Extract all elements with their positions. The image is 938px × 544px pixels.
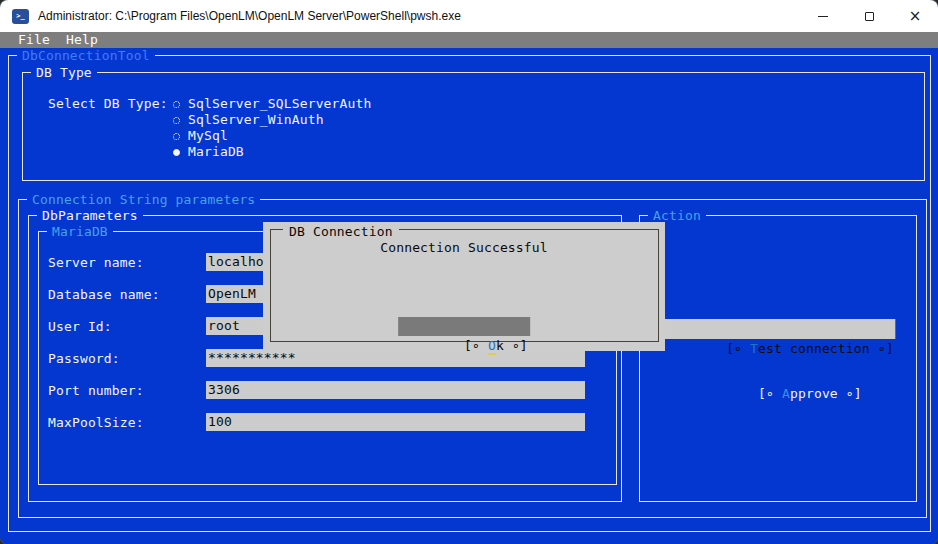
radio-label: SqlServer_WinAuth — [188, 112, 324, 128]
frame-title-connection-string: Connection String parameters — [27, 192, 260, 208]
menu-item-help[interactable]: Help — [66, 32, 98, 48]
maximize-icon — [865, 12, 874, 21]
server-name-label: Server name: — [48, 255, 144, 271]
button-hotkey: O — [488, 338, 496, 355]
button-text-rest: pprove — [790, 386, 838, 401]
radio-icon — [173, 117, 180, 124]
password-label: Password: — [48, 351, 120, 367]
radio-icon — [173, 101, 180, 108]
frame-db-type: DB Type — [22, 72, 925, 181]
approve-button[interactable]: [∘ Approve ∘] — [694, 367, 862, 385]
button-text-open: [∘ — [464, 338, 488, 353]
db-connection-dialog: DB Connection Connection Successful [∘ O… — [263, 222, 665, 351]
frame-title-mariadb: MariaDB — [47, 224, 113, 240]
menu-item-file[interactable]: File — [18, 32, 50, 48]
select-db-type-label: Select DB Type: — [48, 96, 168, 112]
minimize-icon — [818, 16, 828, 17]
button-text-close: ∘] — [838, 386, 862, 401]
maximize-button[interactable] — [846, 0, 892, 32]
button-text-close: ∘] — [870, 341, 894, 356]
radio-option-2[interactable]: MySql — [173, 128, 228, 144]
user-id-label: User Id: — [48, 319, 112, 335]
button-hotkey: T — [750, 341, 758, 356]
frame-title-db-type: DB Type — [31, 65, 97, 81]
powershell-icon: >_ — [12, 9, 29, 24]
button-hotkey: A — [782, 386, 790, 401]
title-bar: >_ Administrator: C:\Program Files\OpenL… — [0, 0, 938, 32]
test-connection-button[interactable]: [∘ Test connection ∘] — [660, 319, 895, 339]
dialog-message: Connection Successful — [263, 240, 665, 256]
maxpoolsize-field[interactable]: 100 — [206, 413, 585, 431]
radio-label: MariaDB — [188, 144, 244, 160]
window-title: Administrator: C:\Program Files\OpenLM\O… — [38, 9, 800, 23]
dialog-title: DB Connection — [283, 224, 399, 240]
frame-title-dbparameters: DbParameters — [37, 208, 143, 224]
radio-option-1[interactable]: SqlServer_WinAuth — [173, 112, 324, 128]
radio-option-3[interactable]: MariaDB — [173, 144, 244, 160]
minimize-button[interactable] — [800, 0, 846, 32]
database-name-label: Database name: — [48, 287, 160, 303]
window-controls: × — [800, 0, 938, 32]
button-text-rest: k — [496, 338, 504, 353]
menu-bar: File Help — [0, 32, 938, 48]
radio-label: SqlServer_SQLServerAuth — [188, 96, 371, 112]
frame-action: Action [∘ Test connection ∘] [∘ Approve … — [639, 215, 917, 502]
button-text-rest: est connection — [758, 341, 870, 356]
close-button[interactable]: × — [892, 0, 938, 32]
radio-label: MySql — [188, 128, 228, 144]
maxpoolsize-label: MaxPoolSize: — [48, 415, 144, 431]
button-text-close: ∘] — [504, 338, 528, 353]
radio-icon — [173, 133, 180, 140]
password-field[interactable]: *********** — [206, 349, 585, 367]
powershell-window: >_ Administrator: C:\Program Files\OpenL… — [0, 0, 938, 544]
port-number-field[interactable]: 3306 — [206, 381, 585, 399]
console-area: DbConnectionTool DB Type Select DB Type:… — [0, 48, 938, 544]
port-number-label: Port number: — [48, 383, 144, 399]
radio-option-0[interactable]: SqlServer_SQLServerAuth — [173, 96, 371, 112]
button-text-open: [∘ — [726, 341, 750, 356]
frame-title-dbconnectiontool: DbConnectionTool — [17, 48, 155, 64]
ok-button[interactable]: [∘ Ok ∘] — [398, 317, 530, 336]
button-text-open: [∘ — [758, 386, 782, 401]
radio-icon — [173, 149, 180, 156]
close-icon: × — [909, 9, 922, 24]
